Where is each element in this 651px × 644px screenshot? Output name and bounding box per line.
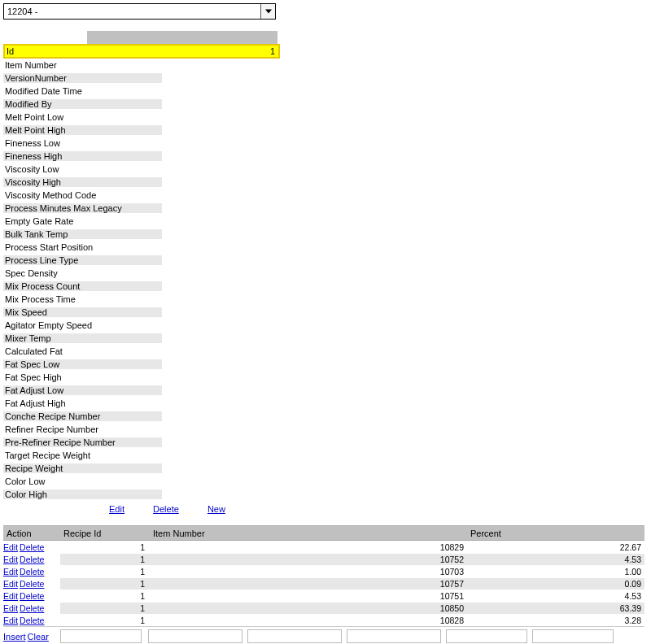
new-link[interactable]: New [208, 504, 225, 514]
cell-item-number-wrap: 10850 [150, 603, 467, 614]
header-action: Action [3, 527, 60, 540]
row-edit-link[interactable]: Edit [3, 555, 18, 564]
detail-label: Color High [3, 490, 162, 499]
cell-recipe-id: 1 [60, 554, 150, 565]
detail-row: Mixer Temp [3, 332, 280, 345]
row-delete-link[interactable]: Delete [20, 591, 44, 601]
footer-input-5[interactable] [446, 629, 527, 643]
ingredients-grid: Action Recipe Id Item Number Percent Edi… [3, 525, 644, 644]
row-delete-link[interactable]: Delete [20, 555, 44, 564]
detail-label: Target Recipe Weight [3, 450, 162, 460]
cell-recipe-id: 1 [60, 542, 150, 553]
detail-label: Fat Adjust Low [3, 385, 162, 395]
cell-percent: 4.53 [467, 554, 644, 565]
detail-value: 1 [162, 46, 278, 56]
detail-row: VersionNumber [3, 72, 280, 85]
detail-label: Fat Spec High [3, 372, 162, 382]
clear-link[interactable]: Clear [28, 632, 49, 642]
cell-percent: 4.53 [467, 590, 644, 602]
detail-row: Viscosity High [3, 176, 280, 189]
table-row: EditDelete1107514.53 [3, 590, 644, 602]
row-delete-link[interactable]: Delete [20, 616, 44, 625]
table-row: EditDelete11085063.39 [3, 602, 644, 614]
cell-percent-wrap: 63.39 [467, 603, 644, 614]
detail-row: Melt Point High [3, 124, 280, 137]
row-edit-link[interactable]: Edit [3, 591, 18, 601]
header-recipe: Recipe Id [60, 527, 150, 540]
footer-input-percent[interactable] [532, 629, 614, 643]
row-edit-link[interactable]: Edit [3, 542, 18, 552]
detail-row: Mix Speed [3, 306, 280, 319]
detail-label: Melt Point High [3, 125, 162, 135]
row-edit-link[interactable]: Edit [3, 579, 18, 589]
detail-label: Color Low [3, 476, 162, 486]
row-actions: EditDelete [3, 603, 60, 613]
header-percent: Percent [467, 527, 644, 540]
detail-row: Color High [3, 488, 280, 501]
detail-label: Fat Spec Low [3, 359, 162, 369]
cell-percent-wrap: 0.09 [467, 578, 644, 590]
row-actions: EditDelete [3, 591, 60, 601]
detail-row: Agitator Empty Speed [3, 319, 280, 332]
header-item: Item Number [150, 527, 467, 540]
detail-row: Empty Gate Rate [3, 215, 280, 228]
detail-row: Mix Process Time [3, 293, 280, 306]
detail-row: Recipe Weight [3, 462, 280, 475]
detail-row: Modified By [3, 98, 280, 111]
row-delete-link[interactable]: Delete [20, 579, 44, 589]
row-delete-link[interactable]: Delete [20, 567, 44, 577]
detail-row: Conche Recipe Number [3, 410, 280, 423]
row-edit-link[interactable]: Edit [3, 567, 18, 577]
cell-item-number: 10850 [150, 603, 467, 614]
row-actions: EditDelete [3, 555, 60, 564]
cell-item-number: 10751 [150, 590, 467, 602]
footer-input-recipe[interactable] [60, 629, 142, 643]
cell-item-number-wrap: 10751 [150, 590, 467, 602]
detail-row: Item Number [3, 59, 280, 72]
cell-percent-wrap: 4.53 [467, 554, 644, 565]
row-edit-link[interactable]: Edit [3, 603, 18, 613]
detail-row: Process Minutes Max Legacy [3, 202, 280, 215]
cell-item-number-wrap: 10828 [150, 615, 467, 626]
row-delete-link[interactable]: Delete [20, 542, 44, 552]
row-actions: EditDelete [3, 616, 60, 625]
cell-percent: 22.67 [467, 542, 644, 553]
cell-recipe-id: 1 [60, 578, 150, 590]
cell-item-number: 10828 [150, 615, 467, 626]
cell-percent: 3.28 [467, 615, 644, 626]
footer-input-2[interactable] [148, 629, 242, 643]
svg-marker-0 [265, 10, 272, 14]
detail-label: Melt Point Low [3, 112, 162, 122]
detail-row: Melt Point Low [3, 111, 280, 124]
detail-row: Pre-Refiner Recipe Number [3, 436, 280, 449]
detail-label: Calculated Fat [3, 346, 162, 356]
detail-label: Mix Speed [3, 307, 162, 317]
detail-row: Fat Adjust Low [3, 384, 280, 397]
detail-label: Viscosity Low [3, 164, 162, 174]
chevron-down-icon [260, 4, 275, 19]
delete-link[interactable]: Delete [153, 504, 179, 514]
detail-row: Process Line Type [3, 254, 280, 267]
edit-link[interactable]: Edit [109, 504, 125, 514]
footer-input-item[interactable] [347, 629, 441, 643]
detail-label: Process Minutes Max Legacy [3, 203, 162, 213]
row-edit-link[interactable]: Edit [3, 616, 18, 625]
insert-link[interactable]: Insert [3, 632, 26, 642]
item-select-dropdown[interactable]: 12204 - [3, 3, 276, 20]
footer-input-3[interactable] [247, 629, 342, 643]
grid-footer-row: Insert Clear [3, 626, 644, 644]
row-actions: EditDelete [3, 567, 60, 577]
detail-label: Modified By [3, 99, 162, 109]
row-delete-link[interactable]: Delete [20, 603, 44, 613]
table-row: EditDelete1108283.28 [3, 614, 644, 626]
detail-row: Modified Date Time [3, 85, 280, 98]
detail-label: Mix Process Time [3, 294, 162, 304]
row-actions: EditDelete [3, 542, 60, 552]
cell-item-number-wrap: 10757 [150, 578, 467, 590]
cell-percent-wrap: 22.67 [467, 542, 644, 553]
detail-label: Spec Density [3, 268, 162, 278]
cell-item-number-wrap: 10703 [150, 566, 467, 577]
detail-label: Process Start Position [3, 242, 162, 252]
grid-header-row: Action Recipe Id Item Number Percent [3, 526, 644, 541]
detail-row: Bulk Tank Temp [3, 228, 280, 241]
